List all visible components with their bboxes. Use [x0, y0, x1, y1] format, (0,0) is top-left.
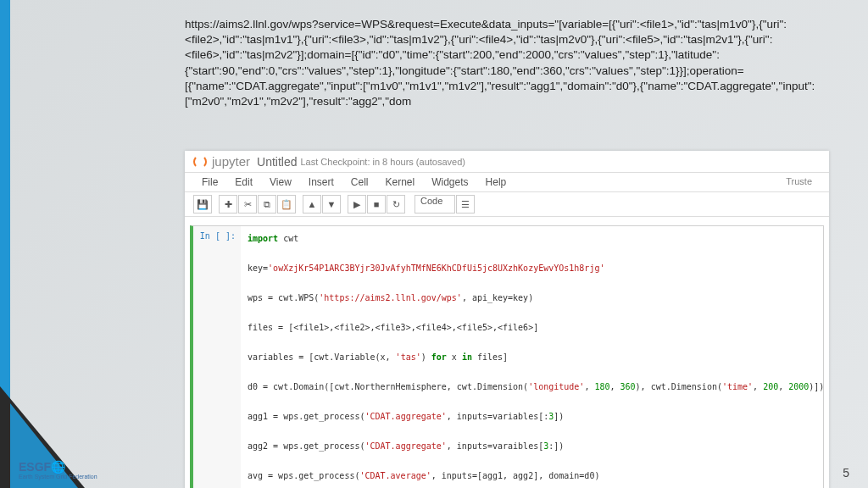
jupyter-toolbar: 💾 ✚ ✂ ⧉ 📋 ▲ ▼ ▶ ■ ↻ Code ☰: [185, 192, 829, 217]
run-icon[interactable]: ▶: [348, 195, 366, 214]
jupyter-logo-icon: [193, 155, 207, 169]
url-text-block: https://aims2.llnl.gov/wps?service=WPS&r…: [185, 17, 829, 109]
command-palette-icon[interactable]: ☰: [456, 195, 475, 214]
code-editor[interactable]: import cwt key='owXzjKr54P1ARC3BYjr30JvA…: [241, 226, 823, 488]
menu-kernel[interactable]: Kernel: [377, 175, 424, 190]
menu-file[interactable]: File: [193, 175, 226, 190]
restart-icon[interactable]: ↻: [387, 195, 405, 214]
move-up-icon[interactable]: ▲: [303, 195, 321, 214]
esgf-logo: ESGF🌐 Earth System Grid Federation: [19, 460, 97, 480]
jupyter-header: jupyter Untitled Last Checkpoint: in 8 h…: [185, 151, 829, 173]
menu-view[interactable]: View: [261, 175, 300, 190]
menu-insert[interactable]: Insert: [300, 175, 342, 190]
cut-icon[interactable]: ✂: [238, 195, 257, 214]
paste-icon[interactable]: 📋: [277, 195, 296, 214]
celltype-select[interactable]: Code: [415, 195, 455, 214]
jupyter-menubar: File Edit View Insert Cell Kernel Widget…: [185, 173, 829, 192]
save-icon[interactable]: 💾: [193, 195, 212, 214]
checkpoint-label: Last Checkpoint: in 8 hours (autosaved): [301, 157, 465, 167]
page-number: 5: [843, 466, 849, 480]
trusted-indicator[interactable]: Truste: [777, 175, 821, 190]
cell-container: In [ ]: import cwt key='owXzjKr54P1ARC3B…: [185, 217, 829, 488]
stop-icon[interactable]: ■: [367, 195, 386, 214]
input-prompt: In [ ]:: [193, 226, 241, 488]
notebook-title[interactable]: Untitled: [257, 155, 297, 169]
menu-edit[interactable]: Edit: [226, 175, 261, 190]
menu-help[interactable]: Help: [477, 175, 515, 190]
move-down-icon[interactable]: ▼: [322, 195, 341, 214]
jupyter-brand: jupyter: [212, 154, 250, 169]
code-cell[interactable]: In [ ]: import cwt key='owXzjKr54P1ARC3B…: [190, 225, 824, 488]
menu-cell[interactable]: Cell: [342, 175, 377, 190]
menu-widgets[interactable]: Widgets: [423, 175, 476, 190]
jupyter-notebook: jupyter Untitled Last Checkpoint: in 8 h…: [185, 151, 829, 488]
copy-icon[interactable]: ⧉: [258, 195, 276, 214]
add-cell-icon[interactable]: ✚: [219, 195, 237, 214]
